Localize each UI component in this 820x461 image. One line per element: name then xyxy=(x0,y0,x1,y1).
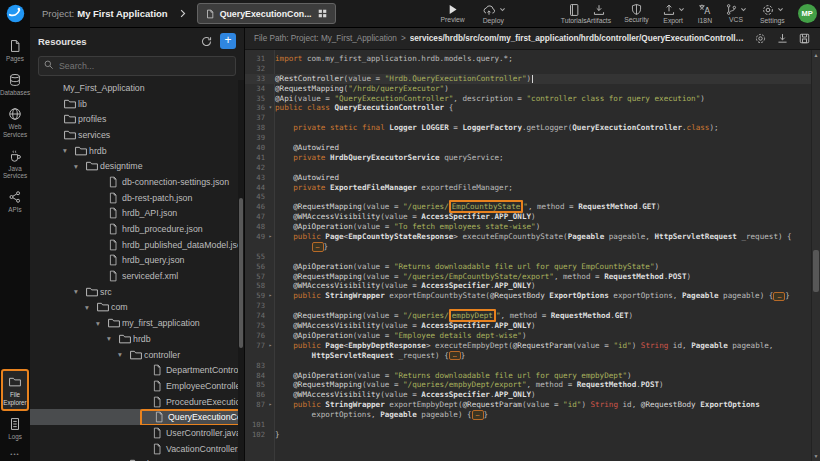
open-file-tab[interactable]: QueryExecutionCon... xyxy=(197,3,336,24)
rail-item-file-explorer[interactable]: File Explorer xyxy=(1,369,29,410)
line-number: 39 xyxy=(245,133,266,143)
topbar-preview-button[interactable]: Preview xyxy=(441,3,465,24)
topbar-deploy-button[interactable]: Deploy xyxy=(481,3,506,25)
resources-panel: Resources + My_First_Applicationlibprofi… xyxy=(30,28,245,461)
rail-item-databases[interactable]: Databases xyxy=(1,67,29,101)
tree-item-profiles[interactable]: profiles xyxy=(30,111,238,127)
tree-scrollbar-thumb[interactable] xyxy=(239,198,243,348)
editor-scrollbar[interactable]: ▲ ▼ xyxy=(811,50,820,461)
line-number: 31 xyxy=(245,54,266,64)
tree-item-departmentcontroller-java[interactable]: DepartmentController.java xyxy=(30,362,238,378)
tree-caret-icon[interactable]: ▾ xyxy=(74,162,85,171)
tree-scrollbar[interactable] xyxy=(238,80,244,461)
topbar-security-button[interactable]: Security xyxy=(624,3,649,24)
topbar-i18n-button[interactable]: AI18N xyxy=(698,3,712,25)
rail-item-logs[interactable]: Logs xyxy=(1,411,29,445)
tree-item-lib[interactable]: lib xyxy=(30,96,238,112)
user-avatar[interactable]: MP xyxy=(798,4,817,23)
tree-caret-icon[interactable]: ▾ xyxy=(85,303,96,312)
code-line: 75 @WMAccessVisibility(value = AccessSpe… xyxy=(245,321,812,331)
topbar-vcs-button[interactable]: VCS xyxy=(725,3,747,24)
scroll-up-arrow[interactable]: ▲ xyxy=(812,51,820,59)
tree-item-hrdb-query-json[interactable]: hrdb_query.json xyxy=(30,253,238,269)
folded-code-pill[interactable]: … xyxy=(472,410,484,420)
tree-item-db-connection-settings-json[interactable]: db-connection-settings.json xyxy=(30,174,238,190)
fold-toggle-icon[interactable]: ▸ xyxy=(266,341,275,351)
tree-caret-icon[interactable]: ▾ xyxy=(96,319,107,328)
rail-item-java-services[interactable]: Java Services xyxy=(1,143,29,184)
search-input[interactable] xyxy=(38,56,236,76)
fold-toggle-icon[interactable]: ▸ xyxy=(266,291,275,301)
fold-toggle-icon[interactable]: ▸ xyxy=(266,400,275,410)
code-line: 83 xyxy=(245,361,812,371)
tree-item-label: hrdb_API.json xyxy=(122,208,177,218)
code-line: HttpServletRequest _request) {…} xyxy=(245,351,812,361)
tree-item-hrdb-procedure-json[interactable]: hrdb_procedure.json xyxy=(30,221,238,237)
tree-item-hrdb[interactable]: ▾hrdb xyxy=(30,331,238,347)
tree-item-procedureexecutioncontroller-java[interactable]: ProcedureExecutionController.java xyxy=(30,394,238,410)
folded-code-pill[interactable]: … xyxy=(449,351,461,361)
topbar-settings-button[interactable]: Settings xyxy=(760,3,785,25)
code-area[interactable]: 31import com.my_first_application.hrdb.m… xyxy=(245,50,812,461)
tree-caret-icon[interactable]: ▾ xyxy=(118,350,129,359)
tree-item-dao[interactable]: ▸dao xyxy=(30,457,238,461)
rail-item-label: Pages xyxy=(6,55,24,62)
grid-icon[interactable] xyxy=(317,8,328,19)
tree-item-src[interactable]: ▾src xyxy=(30,284,238,300)
rail-item-pages[interactable]: Pages xyxy=(1,33,29,67)
tree-item-hrdb-published-datamodel-json[interactable]: hrdb_published_dataModel.json xyxy=(30,237,238,253)
editor-settings-gear-icon[interactable] xyxy=(754,32,767,45)
chevron-down-icon[interactable] xyxy=(740,6,747,13)
code-text: exportOptions, Pageable pageable) {…} xyxy=(275,410,488,420)
tree-caret-icon[interactable]: ▾ xyxy=(107,334,118,343)
code-text: @RequestMapping("/hrdb/queryExecutor") xyxy=(275,84,449,94)
tree-item-vacationcontroller-java[interactable]: VacationController.java xyxy=(30,441,238,457)
tree-caret-icon[interactable]: ▾ xyxy=(63,146,74,155)
chevron-down-icon[interactable] xyxy=(777,6,784,13)
fold-gutter-spacer xyxy=(266,153,275,163)
topbar-tutorials-button[interactable]: Tutorials xyxy=(561,3,587,25)
tree-item-db-rest-patch-json[interactable]: db-rest-patch.json xyxy=(30,190,238,206)
tree-item-hrdb[interactable]: ▾hrdb xyxy=(30,143,238,159)
code-line: 38 private static final Logger LOGGER = … xyxy=(245,123,812,133)
topbar-export-button[interactable]: Export xyxy=(662,3,685,25)
tree-item-employeecontroller-java[interactable]: EmployeeController.java xyxy=(30,378,238,394)
rail-item-apis[interactable]: APIs xyxy=(1,184,29,218)
code-text: private static final Logger LOGGER = Log… xyxy=(275,123,719,133)
tree-item-hrdb-api-json[interactable]: hrdb_API.json xyxy=(30,206,238,222)
tree-caret-icon[interactable]: ▾ xyxy=(74,287,85,296)
tree-item-my-first-application[interactable]: My_First_Application xyxy=(30,80,238,96)
topbar-artifacts-button[interactable]: Artifacts xyxy=(587,3,612,25)
scroll-down-arrow[interactable]: ▼ xyxy=(812,452,820,460)
tree-item-designtime[interactable]: ▾designtime xyxy=(30,158,238,174)
tree-item-servicedef-xml[interactable]: servicedef.xml xyxy=(30,268,238,284)
rail-more-button[interactable]: ••• xyxy=(10,451,19,457)
tree-item-controller[interactable]: ▾controller xyxy=(30,347,238,363)
code-text: @ApiOperation(value = "Returns downloada… xyxy=(275,262,659,272)
add-resource-button[interactable]: + xyxy=(220,33,236,49)
refresh-icon[interactable] xyxy=(200,35,213,48)
chevron-down-icon[interactable] xyxy=(678,6,685,13)
rail-item-web-services[interactable]: Web Services xyxy=(1,101,29,142)
folded-code-pill[interactable]: … xyxy=(773,292,785,302)
tree-item-services[interactable]: services xyxy=(30,127,238,143)
code-line: 73 xyxy=(245,301,812,311)
chevron-down-icon[interactable] xyxy=(499,6,506,13)
topbar-security-label: Security xyxy=(624,17,649,24)
download-file-icon[interactable] xyxy=(776,32,789,45)
tree-item-my-first-application[interactable]: ▾my_first_application xyxy=(30,315,238,331)
fold-gutter-spacer xyxy=(266,94,275,104)
folded-code-pill[interactable]: … xyxy=(312,242,324,252)
code-line: 56 @ApiOperation(value = "Returns downlo… xyxy=(245,262,812,272)
fold-toggle-icon[interactable]: ▸ xyxy=(266,232,275,242)
tree-item-com[interactable]: ▾com xyxy=(30,300,238,316)
save-file-icon[interactable] xyxy=(798,32,811,45)
tree-item-queryexecutioncontroller-java[interactable]: QueryExecutionController.java xyxy=(30,409,238,425)
line-number: 87 xyxy=(245,400,266,410)
line-number: 48 xyxy=(245,222,266,232)
fold-toggle-icon[interactable]: ▾ xyxy=(266,103,275,113)
tree-item-usercontroller-java[interactable]: UserController.java xyxy=(30,425,238,441)
editor-scrollbar-thumb[interactable] xyxy=(813,250,819,292)
code-text: @WMAccessVisibility(value = AccessSpecif… xyxy=(275,281,536,291)
app-logo[interactable] xyxy=(0,0,30,28)
